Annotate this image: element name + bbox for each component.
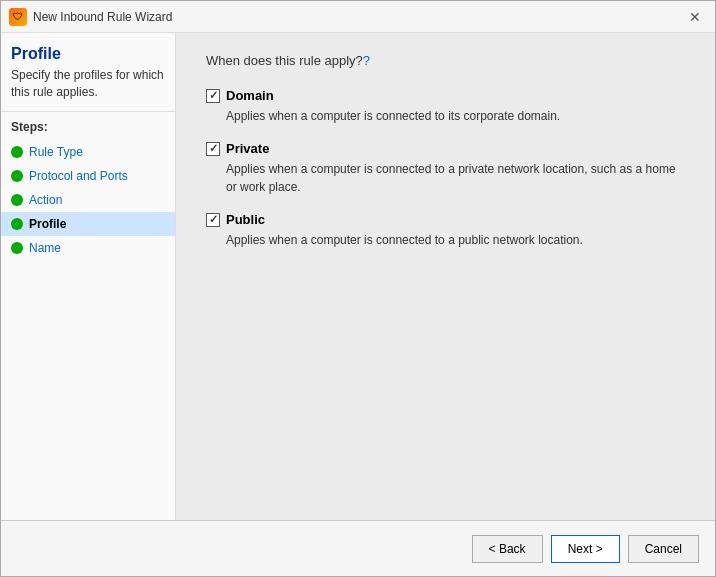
step-label-name: Name [29,241,61,255]
step-dot-name [11,242,23,254]
step-label-action: Action [29,193,62,207]
step-dot-rule-type [11,146,23,158]
step-label-protocol-ports: Protocol and Ports [29,169,128,183]
option-title-public: Public [226,212,265,227]
question-text: When does this rule apply?? [206,53,685,68]
option-desc-private: Applies when a computer is connected to … [226,160,685,196]
sidebar-item-profile[interactable]: Profile [1,212,175,236]
step-dot-profile [11,218,23,230]
sidebar-item-rule-type[interactable]: Rule Type [1,140,175,164]
checkbox-private[interactable] [206,142,220,156]
option-title-private: Private [226,141,269,156]
cancel-button[interactable]: Cancel [628,535,699,563]
step-label-profile: Profile [29,217,66,231]
content-area: Profile Specify the profiles for which t… [1,33,715,520]
sidebar-item-action[interactable]: Action [1,188,175,212]
option-group-domain: Domain Applies when a computer is connec… [206,88,685,125]
steps-label: Steps: [1,120,175,140]
app-icon: 🛡 [9,8,27,26]
option-header-public: Public [206,212,685,227]
option-group-private: Private Applies when a computer is conne… [206,141,685,196]
step-dot-protocol-ports [11,170,23,182]
close-button[interactable]: ✕ [683,5,707,29]
checkbox-public[interactable] [206,213,220,227]
help-link[interactable]: ? [363,53,370,68]
footer: < Back Next > Cancel [1,520,715,576]
window-title: New Inbound Rule Wizard [33,10,172,24]
wizard-window: 🛡 New Inbound Rule Wizard ✕ Profile Spec… [0,0,716,577]
option-desc-public: Applies when a computer is connected to … [226,231,685,249]
main-content: When does this rule apply?? Domain Appli… [176,33,715,520]
sidebar: Profile Specify the profiles for which t… [1,33,176,520]
page-subtitle: Specify the profiles for which this rule… [11,67,165,101]
checkbox-domain[interactable] [206,89,220,103]
back-button[interactable]: < Back [472,535,543,563]
option-desc-domain: Applies when a computer is connected to … [226,107,685,125]
next-button[interactable]: Next > [551,535,620,563]
step-label-rule-type: Rule Type [29,145,83,159]
option-title-domain: Domain [226,88,274,103]
sidebar-item-protocol-ports[interactable]: Protocol and Ports [1,164,175,188]
option-header-private: Private [206,141,685,156]
title-bar: 🛡 New Inbound Rule Wizard ✕ [1,1,715,33]
option-header-domain: Domain [206,88,685,103]
page-title: Profile [11,45,165,63]
sidebar-header: Profile Specify the profiles for which t… [1,45,175,112]
option-group-public: Public Applies when a computer is connec… [206,212,685,249]
sidebar-item-name[interactable]: Name [1,236,175,260]
title-bar-left: 🛡 New Inbound Rule Wizard [9,8,172,26]
step-dot-action [11,194,23,206]
